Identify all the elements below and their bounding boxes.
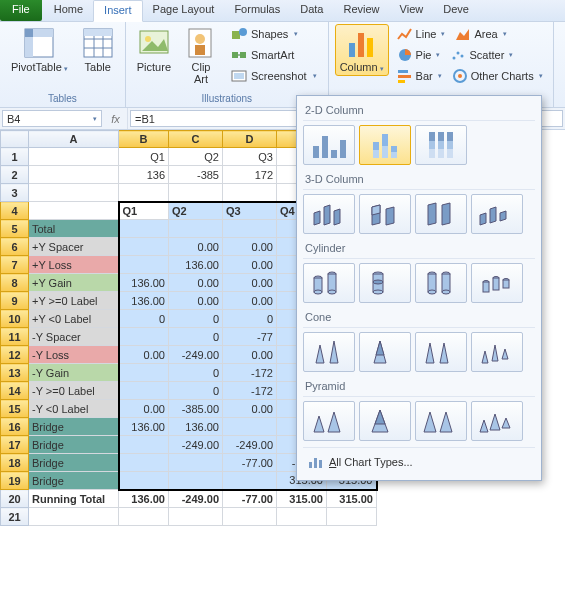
cell[interactable]: -Y >=0 Label xyxy=(29,382,119,400)
cell[interactable]: Q3 xyxy=(223,148,277,166)
row-header[interactable]: 11 xyxy=(1,328,29,346)
tab-insert[interactable]: Insert xyxy=(93,0,143,22)
cell[interactable] xyxy=(119,328,169,346)
row-header[interactable]: 10 xyxy=(1,310,29,328)
cell[interactable]: 136.00 xyxy=(119,490,169,508)
cell[interactable] xyxy=(29,508,119,526)
tab-file[interactable]: File xyxy=(0,0,42,21)
chart-stacked-pyramid[interactable] xyxy=(359,401,411,441)
cell[interactable]: Running Total xyxy=(29,490,119,508)
chart-clustered-cone[interactable] xyxy=(303,332,355,372)
chart-3d-cone[interactable] xyxy=(471,332,523,372)
chevron-down-icon[interactable]: ▾ xyxy=(93,115,97,123)
cell[interactable]: 0.00 xyxy=(169,292,223,310)
shapes-button[interactable]: Shapes▾ xyxy=(226,24,322,44)
cell[interactable]: -Y Spacer xyxy=(29,328,119,346)
cell[interactable] xyxy=(277,508,327,526)
cell[interactable]: -385 xyxy=(169,166,223,184)
cell-active[interactable]: Q1 xyxy=(119,202,169,220)
row-header[interactable]: 8 xyxy=(1,274,29,292)
cell[interactable]: -77.00 xyxy=(223,454,277,472)
cell[interactable] xyxy=(119,364,169,382)
cell[interactable]: -249.00 xyxy=(169,436,223,454)
cell[interactable] xyxy=(169,508,223,526)
scatter-chart-button[interactable]: Scatter▾ xyxy=(446,45,517,65)
area-chart-button[interactable]: Area▾ xyxy=(451,24,510,44)
col-header-b[interactable]: B xyxy=(119,131,169,148)
cell[interactable] xyxy=(29,202,119,220)
cell[interactable]: 136.00 xyxy=(119,292,169,310)
cell[interactable]: +Y >=0 Label xyxy=(29,292,119,310)
cell[interactable] xyxy=(223,418,277,436)
cell[interactable]: +Y <0 Label xyxy=(29,310,119,328)
chart-100stacked-pyramid[interactable] xyxy=(415,401,467,441)
fx-icon[interactable]: fx xyxy=(104,108,128,129)
cell[interactable]: Q2 xyxy=(169,148,223,166)
row-header[interactable]: 13 xyxy=(1,364,29,382)
row-header[interactable]: 16 xyxy=(1,418,29,436)
cell[interactable]: +Y Loss xyxy=(29,256,119,274)
pie-chart-button[interactable]: Pie▾ xyxy=(393,45,445,65)
chart-stacked-column-3d[interactable] xyxy=(359,194,411,234)
cell[interactable]: 0 xyxy=(119,310,169,328)
smartart-button[interactable]: SmartArt xyxy=(226,45,322,65)
pivottable-button[interactable]: PivotTable▾ xyxy=(6,24,73,76)
cell[interactable]: -Y Gain xyxy=(29,364,119,382)
tab-developer[interactable]: Deve xyxy=(433,0,479,21)
cell[interactable]: -249.00 xyxy=(169,490,223,508)
cell[interactable]: 0 xyxy=(169,328,223,346)
cell[interactable] xyxy=(119,508,169,526)
chart-3d-pyramid[interactable] xyxy=(471,401,523,441)
column-chart-button[interactable]: Column▾ xyxy=(335,24,389,76)
tab-formulas[interactable]: Formulas xyxy=(224,0,290,21)
cell[interactable]: -77.00 xyxy=(223,490,277,508)
cell[interactable]: 315.00 xyxy=(327,490,377,508)
cell[interactable]: Bridge xyxy=(29,418,119,436)
cell[interactable]: -385.00 xyxy=(169,400,223,418)
chart-100stacked-column-3d[interactable] xyxy=(415,194,467,234)
chart-clustered-pyramid[interactable] xyxy=(303,401,355,441)
chart-stacked-cone[interactable] xyxy=(359,332,411,372)
chart-stacked-cylinder[interactable] xyxy=(359,263,411,303)
cell[interactable]: 136.00 xyxy=(119,418,169,436)
cell[interactable] xyxy=(119,184,169,202)
bar-chart-button[interactable]: Bar▾ xyxy=(393,66,446,86)
cell[interactable]: -Y <0 Label xyxy=(29,400,119,418)
row-header[interactable]: 7 xyxy=(1,256,29,274)
chart-100stacked-cylinder[interactable] xyxy=(415,263,467,303)
cell[interactable]: 0.00 xyxy=(223,238,277,256)
row-header[interactable]: 19 xyxy=(1,472,29,490)
cell[interactable]: 0.00 xyxy=(223,274,277,292)
row-header[interactable]: 2 xyxy=(1,166,29,184)
row-header[interactable]: 6 xyxy=(1,238,29,256)
cell[interactable] xyxy=(169,184,223,202)
cell[interactable]: +Y Spacer xyxy=(29,238,119,256)
cell[interactable]: 0.00 xyxy=(223,400,277,418)
all-chart-types-button[interactable]: All Chart Types... xyxy=(303,447,535,476)
sparkline-winloss-button[interactable]: Wi xyxy=(560,66,565,86)
cell[interactable]: Total xyxy=(29,220,119,238)
cell[interactable]: Q1 xyxy=(119,148,169,166)
cell[interactable] xyxy=(119,256,169,274)
cell[interactable]: Bridge xyxy=(29,472,119,490)
cell[interactable] xyxy=(29,148,119,166)
cell[interactable]: 136.00 xyxy=(119,274,169,292)
cell[interactable]: 136.00 xyxy=(169,256,223,274)
row-header[interactable]: 12 xyxy=(1,346,29,364)
cell[interactable]: -77 xyxy=(223,328,277,346)
tab-page-layout[interactable]: Page Layout xyxy=(143,0,225,21)
cell[interactable]: 0.00 xyxy=(223,292,277,310)
row-header[interactable]: 18 xyxy=(1,454,29,472)
cell[interactable] xyxy=(119,382,169,400)
name-box[interactable]: B4▾ xyxy=(2,110,102,127)
cell[interactable]: 172 xyxy=(223,166,277,184)
cell[interactable] xyxy=(327,508,377,526)
chart-3d-cylinder[interactable] xyxy=(471,263,523,303)
row-header[interactable]: 4 xyxy=(1,202,29,220)
cell[interactable]: Bridge xyxy=(29,454,119,472)
cell[interactable] xyxy=(223,220,277,238)
col-header-d[interactable]: D xyxy=(223,131,277,148)
cell[interactable] xyxy=(119,436,169,454)
chart-stacked-column-2d[interactable] xyxy=(359,125,411,165)
row-header[interactable]: 14 xyxy=(1,382,29,400)
